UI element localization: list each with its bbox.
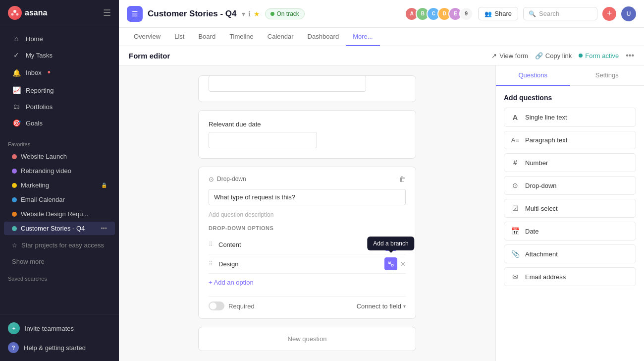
sidebar-item-portfolios[interactable]: 🗂 Portfolios bbox=[4, 99, 115, 115]
portfolios-icon: 🗂 bbox=[12, 103, 21, 111]
fav-label: Rebranding video bbox=[21, 167, 71, 175]
lock-icon: 🔒 bbox=[101, 182, 107, 188]
sidebar-item-website-launch[interactable]: Website Launch bbox=[4, 150, 115, 163]
attachment-label: Attachment bbox=[525, 250, 558, 258]
collapse-button[interactable]: ☰ bbox=[103, 7, 111, 18]
sidebar-item-website-design[interactable]: Website Design Requ... bbox=[4, 207, 115, 221]
drag-handle-icon[interactable]: ⠿ bbox=[209, 260, 215, 267]
sidebar-item-customer-stories[interactable]: Customer Stories - Q4 ••• bbox=[4, 222, 115, 235]
title-actions: ▾ ℹ ★ bbox=[242, 10, 260, 18]
menu-button[interactable]: ☰ bbox=[127, 6, 143, 22]
search-bar[interactable]: 🔍 Search bbox=[523, 7, 597, 20]
branch-button-design[interactable] bbox=[384, 257, 397, 270]
dot-icon bbox=[12, 154, 17, 159]
sidebar-nav: ⌂ Home ✓ My Tasks 🔔 Inbox • 📈 Reporting … bbox=[0, 26, 119, 135]
question-type-attachment[interactable]: 📎 Attachment bbox=[504, 244, 636, 263]
form-editor-title: Form editor bbox=[129, 52, 170, 60]
connect-to-field-button[interactable]: Connect to field ▾ bbox=[357, 302, 406, 310]
drag-handle-icon[interactable]: ⠿ bbox=[209, 241, 215, 248]
sidebar-item-inbox[interactable]: 🔔 Inbox • bbox=[4, 63, 115, 82]
question-input[interactable] bbox=[209, 189, 406, 205]
show-more-item[interactable]: Show more bbox=[4, 254, 115, 269]
option-row-design: ⠿ Design Add a branch ✕ bbox=[209, 254, 406, 274]
share-icon: 👥 bbox=[484, 10, 492, 17]
tab-calendar[interactable]: Calendar bbox=[261, 28, 301, 46]
new-question-label: New question bbox=[288, 335, 327, 343]
info-icon[interactable]: ℹ bbox=[248, 10, 251, 18]
attachment-icon: 📎 bbox=[510, 250, 520, 258]
card-type: ⊙ Drop-down bbox=[209, 176, 246, 183]
question-type-number[interactable]: # Number bbox=[504, 153, 636, 172]
more-options-button[interactable]: ••• bbox=[626, 51, 634, 60]
dropdown-label: Drop-down bbox=[525, 182, 557, 189]
plus-icon: + bbox=[607, 8, 612, 19]
sidebar-item-email-calendar[interactable]: Email Calendar bbox=[4, 193, 115, 206]
add-branch-tooltip: Add a branch bbox=[367, 237, 414, 250]
sidebar-item-my-tasks[interactable]: ✓ My Tasks bbox=[4, 47, 115, 63]
sidebar-item-rebranding-video[interactable]: Rebranding video bbox=[4, 164, 115, 178]
due-date-card: Relevant due date bbox=[198, 110, 416, 159]
show-more-label: Show more bbox=[12, 258, 45, 265]
sidebar-item-home[interactable]: ⌂ Home bbox=[4, 31, 115, 47]
tab-more[interactable]: More... bbox=[346, 28, 379, 46]
tab-timeline[interactable]: Timeline bbox=[222, 28, 261, 46]
tab-dashboard[interactable]: Dashboard bbox=[301, 28, 346, 46]
question-type-single-line[interactable]: A Single line text bbox=[504, 108, 636, 127]
dot-icon bbox=[12, 183, 17, 188]
bell-icon: 🔔 bbox=[12, 69, 21, 77]
search-icon: 🔍 bbox=[529, 10, 536, 17]
delete-button[interactable]: 🗑 bbox=[399, 175, 406, 183]
invite-teammates-button[interactable]: + Invite teammates bbox=[0, 318, 119, 338]
chevron-down-icon[interactable]: ▾ bbox=[242, 10, 245, 18]
required-toggle-switch[interactable] bbox=[209, 301, 224, 310]
due-date-label: Relevant due date bbox=[209, 120, 406, 128]
required-label: Required bbox=[228, 302, 255, 310]
tab-board[interactable]: Board bbox=[191, 28, 222, 46]
star-icon[interactable]: ★ bbox=[254, 10, 260, 18]
help-button[interactable]: ? Help & getting started bbox=[0, 338, 119, 357]
inbox-label: Inbox bbox=[26, 69, 42, 76]
add-option-label: + Add an option bbox=[209, 279, 254, 286]
question-type-paragraph[interactable]: A≡ Paragraph text bbox=[504, 131, 636, 149]
add-button[interactable]: + bbox=[602, 7, 616, 21]
option-text-content: Content bbox=[218, 241, 381, 248]
inbox-badge: • bbox=[48, 67, 51, 78]
view-form-label: View form bbox=[499, 52, 528, 60]
number-icon: # bbox=[510, 159, 520, 167]
question-type-email[interactable]: ✉ Email address bbox=[504, 267, 636, 286]
dropdown-type-icon: ⊙ bbox=[209, 176, 214, 183]
dot-icon bbox=[12, 226, 17, 231]
question-type-dropdown[interactable]: ⊙ Drop-down bbox=[504, 176, 636, 195]
email-icon: ✉ bbox=[510, 273, 520, 281]
sidebar-item-marketing[interactable]: Marketing 🔒 bbox=[4, 179, 115, 192]
partial-input[interactable] bbox=[209, 75, 366, 92]
asana-logo: asana bbox=[8, 6, 47, 20]
due-date-input[interactable] bbox=[209, 132, 317, 148]
tab-overview[interactable]: Overview bbox=[127, 28, 167, 46]
form-editor-header: Form editor ↗ View form 🔗 Copy link Form… bbox=[119, 46, 644, 65]
tab-questions[interactable]: Questions bbox=[496, 65, 570, 86]
copy-link-button[interactable]: 🔗 Copy link bbox=[535, 52, 572, 60]
star-icon: ☆ bbox=[12, 242, 17, 249]
view-form-button[interactable]: ↗ View form bbox=[491, 52, 528, 60]
sidebar-item-reporting[interactable]: 📈 Reporting bbox=[4, 82, 115, 98]
add-option-button[interactable]: + Add an option bbox=[209, 276, 406, 289]
question-type-multi-select[interactable]: ☑ Multi-select bbox=[504, 199, 636, 218]
desc-placeholder[interactable]: Add question description bbox=[209, 209, 406, 220]
status-dot bbox=[270, 12, 274, 16]
more-icon[interactable]: ••• bbox=[101, 225, 107, 232]
status-badge: On track bbox=[265, 8, 305, 19]
new-question-area[interactable]: New question bbox=[198, 327, 416, 351]
multi-select-icon: ☑ bbox=[510, 204, 520, 212]
tab-list[interactable]: List bbox=[167, 28, 191, 46]
close-option-design-icon[interactable]: ✕ bbox=[400, 260, 406, 268]
form-main: Relevant due date ⊙ Drop-down 🗑 Add ques… bbox=[119, 65, 644, 361]
sidebar-item-goals[interactable]: 🎯 Goals bbox=[4, 115, 115, 131]
fav-label: Customer Stories - Q4 bbox=[21, 225, 85, 232]
share-button[interactable]: 👥 Share bbox=[478, 7, 518, 20]
tab-settings[interactable]: Settings bbox=[570, 65, 644, 86]
user-avatar[interactable]: U bbox=[621, 6, 636, 21]
dropdown-type-label: Drop-down bbox=[217, 176, 246, 182]
form-active-label: Form active bbox=[585, 52, 619, 60]
question-type-date[interactable]: 📅 Date bbox=[504, 222, 636, 241]
